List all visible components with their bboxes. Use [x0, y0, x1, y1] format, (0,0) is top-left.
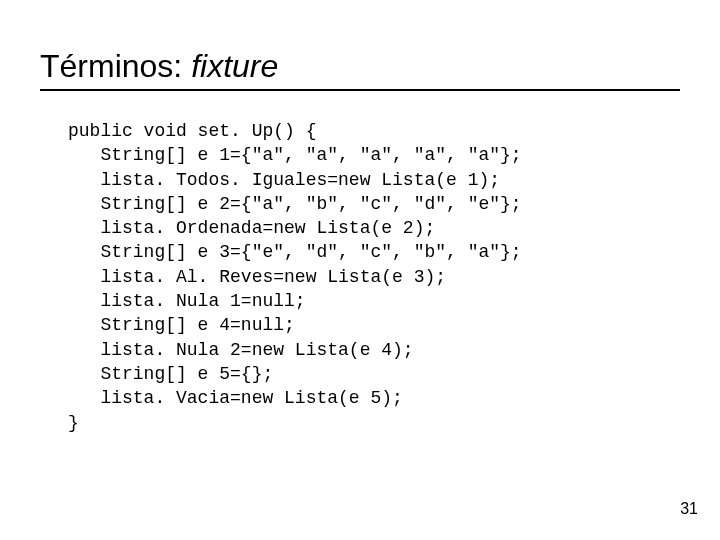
code-line: String[] e 4=null; — [68, 315, 295, 335]
code-line: String[] e 3={"e", "d", "c", "b", "a"}; — [68, 242, 522, 262]
code-line: lista. Al. Reves=new Lista(e 3); — [68, 267, 446, 287]
code-block: public void set. Up() { String[] e 1={"a… — [68, 119, 680, 435]
code-line: String[] e 5={}; — [68, 364, 273, 384]
code-line: lista. Vacia=new Lista(e 5); — [68, 388, 403, 408]
slide-title: Términos: fixture — [40, 48, 680, 91]
code-line: String[] e 2={"a", "b", "c", "d", "e"}; — [68, 194, 522, 214]
code-line: lista. Ordenada=new Lista(e 2); — [68, 218, 435, 238]
code-line: String[] e 1={"a", "a", "a", "a", "a"}; — [68, 145, 522, 165]
code-line: lista. Nula 1=null; — [68, 291, 306, 311]
title-prefix: Términos: — [40, 48, 191, 84]
code-line: lista. Nula 2=new Lista(e 4); — [68, 340, 414, 360]
slide: Términos: fixture public void set. Up() … — [0, 0, 720, 540]
code-line: lista. Todos. Iguales=new Lista(e 1); — [68, 170, 500, 190]
code-line: public void set. Up() { — [68, 121, 316, 141]
title-italic: fixture — [191, 48, 278, 84]
page-number: 31 — [680, 500, 698, 518]
code-line: } — [68, 413, 79, 433]
